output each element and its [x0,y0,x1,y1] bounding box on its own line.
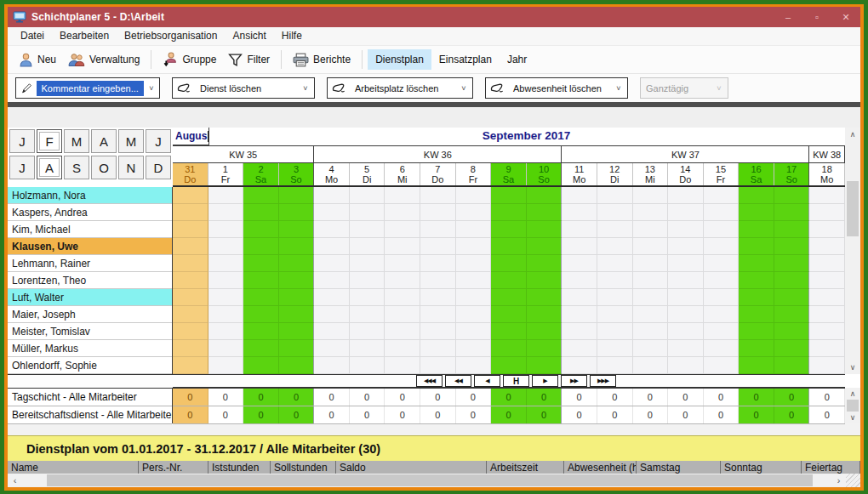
footer-column-samstag[interactable]: Samstag [637,461,721,474]
schedule-cell[interactable] [633,255,669,272]
schedule-cell[interactable] [456,221,492,238]
filter-button[interactable]: Filter [222,50,276,70]
schedule-cell[interactable] [527,221,562,238]
schedule-cell[interactable] [243,323,279,340]
schedule-cell[interactable] [173,272,208,289]
schedule-cell[interactable] [527,289,562,306]
schedule-cell[interactable] [173,238,208,255]
schedule-cell[interactable] [350,187,385,204]
schedule-cell[interactable] [420,289,456,306]
schedule-cell[interactable] [314,204,350,221]
schedule-cell[interactable] [809,289,845,306]
day-header[interactable]: 14Do [668,163,704,185]
employee-row[interactable]: Lehmann, Rainer [8,255,172,272]
schedule-cell[interactable] [704,238,740,255]
schedule-cell[interactable] [597,306,633,323]
schedule-cell[interactable] [774,187,810,204]
schedule-cell[interactable] [668,289,704,306]
schedule-cell[interactable] [527,357,562,374]
schedule-cell[interactable] [314,272,350,289]
schedule-cell[interactable] [633,204,669,221]
day-header[interactable]: 13Mi [633,163,669,185]
footer-column-feiertag[interactable]: Feiertag [802,461,860,474]
schedule-cell[interactable] [350,340,385,357]
month-button-r2-2[interactable]: S [64,156,89,179]
schedule-cell[interactable] [243,255,279,272]
schedule-cell[interactable] [633,272,669,289]
schedule-cell[interactable] [704,272,740,289]
schedule-cell[interactable] [668,340,704,357]
schedule-cell[interactable] [420,357,456,374]
schedule-cell[interactable] [279,221,315,238]
resize-grip[interactable] [846,474,860,487]
schedule-cell[interactable] [562,272,597,289]
schedule-cell[interactable] [385,340,420,357]
employee-row[interactable]: Kaspers, Andrea [8,204,172,221]
schedule-cell[interactable] [456,340,492,357]
schedule-cell[interactable] [491,340,527,357]
day-header[interactable]: 3So [279,163,315,185]
schedule-cell[interactable] [456,238,492,255]
schedule-cell[interactable] [173,221,208,238]
schedule-cell[interactable] [597,204,633,221]
schedule-cell[interactable] [314,255,350,272]
menu-item-ansicht[interactable]: Ansicht [225,27,273,45]
schedule-cell[interactable] [491,289,527,306]
schedule-cell[interactable] [456,255,492,272]
chevron-down-icon[interactable]: ˅ [610,84,627,93]
close-button[interactable]: ✕ [831,7,860,27]
menu-item-bearbeiten[interactable]: Bearbeiten [52,27,117,45]
schedule-cell[interactable] [562,340,597,357]
month-button-r2-3[interactable]: O [91,156,117,179]
schedule-cell[interactable] [350,255,385,272]
schedule-cell[interactable] [704,357,740,374]
schedule-cell[interactable] [597,187,633,204]
schedule-cell[interactable] [809,255,845,272]
comment-combo[interactable]: Kommentar eingeben... ˅ [15,77,160,99]
scroll-left-icon[interactable]: ‹ [8,474,22,487]
schedule-cell[interactable] [597,272,633,289]
title-bar[interactable]: Schichtplaner 5 - D:\Arbeit – ▫ ✕ [8,7,860,27]
schedule-cell[interactable] [739,289,774,306]
schedule-cell[interactable] [420,323,456,340]
schedule-cell[interactable] [774,340,810,357]
schedule-cell[interactable] [420,272,456,289]
chevron-down-icon[interactable]: ˅ [297,84,314,93]
schedule-cell[interactable] [243,357,279,374]
day-header[interactable]: 18Mo [809,163,845,185]
schedule-cell[interactable] [527,272,562,289]
nav-today-button[interactable]: H [503,375,529,387]
month-button-r1-3[interactable]: A [91,129,117,153]
schedule-cell[interactable] [385,306,420,323]
schedule-cell[interactable] [809,187,845,204]
schedule-cell[interactable] [668,204,704,221]
schedule-cell[interactable] [279,306,315,323]
nav-last-button[interactable]: ▶▶▶ [590,375,616,387]
schedule-cell[interactable] [809,357,845,374]
schedule-cell[interactable] [491,272,527,289]
schedule-cell[interactable] [739,238,774,255]
schedule-cell[interactable] [456,272,492,289]
month-button-r1-5[interactable]: J [146,129,171,153]
schedule-cell[interactable] [704,255,740,272]
day-header[interactable]: 7Do [420,163,456,185]
schedule-cell[interactable] [739,306,774,323]
schedule-cell[interactable] [420,187,456,204]
schedule-cell[interactable] [739,255,774,272]
schedule-cell[interactable] [279,187,315,204]
schedule-cell[interactable] [562,204,597,221]
schedule-cell[interactable] [491,323,527,340]
schedule-cell[interactable] [208,340,244,357]
employee-row[interactable]: Maier, Joseph [8,306,172,323]
schedule-cell[interactable] [527,340,562,357]
day-header[interactable]: 8Fr [456,163,492,185]
schedule-cell[interactable] [173,340,208,357]
schedule-cell[interactable] [420,340,456,357]
schedule-cell[interactable] [527,306,562,323]
day-header[interactable]: 4Mo [314,163,350,185]
schedule-cell[interactable] [385,289,420,306]
schedule-cell[interactable] [562,238,597,255]
schedule-cell[interactable] [704,340,740,357]
reports-button[interactable]: Berichte [287,50,357,70]
schedule-cell[interactable] [562,289,597,306]
